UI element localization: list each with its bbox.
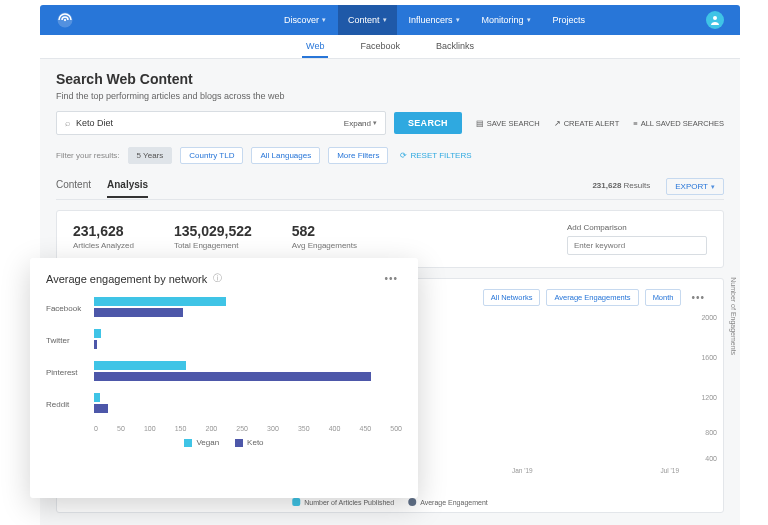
svg-point-1	[64, 19, 66, 21]
alert-icon: ↗	[554, 119, 561, 128]
overlay-xaxis: 050100150200250300350400450500	[94, 425, 402, 432]
chart2-yaxis-title: Number of Engagements	[730, 277, 737, 355]
export-button[interactable]: EXPORT ▾	[666, 178, 724, 195]
list-icon: ≡	[633, 119, 637, 128]
all-saved-searches-button[interactable]: ≡ALL SAVED SEARCHES	[633, 119, 724, 128]
more-icon[interactable]: •••	[380, 273, 402, 284]
stat-avg: 582 Avg Engagements	[292, 223, 357, 250]
add-comparison-label: Add Comparison	[567, 223, 707, 232]
tab-content[interactable]: Content	[56, 179, 91, 198]
info-icon[interactable]: ⓘ	[213, 272, 222, 285]
results-count: 231,628 Results	[592, 181, 650, 196]
subtabs: Web Facebook Backlinks	[40, 35, 740, 59]
refresh-icon: ⟳	[400, 151, 407, 160]
filter-tld[interactable]: Country TLD	[180, 147, 243, 164]
chart2-pill-networks[interactable]: All Networks	[483, 289, 541, 306]
subtab-backlinks[interactable]: Backlinks	[432, 35, 478, 58]
nav-monitoring[interactable]: Monitoring▾	[472, 5, 541, 35]
reset-filters-button[interactable]: ⟳RESET FILTERS	[400, 151, 471, 160]
nav-discover[interactable]: Discover▾	[274, 5, 336, 35]
search-icon: ⌕	[65, 118, 70, 128]
tab-analysis[interactable]: Analysis	[107, 179, 148, 198]
chevron-down-icon: ▾	[322, 16, 326, 24]
subtab-facebook[interactable]: Facebook	[356, 35, 404, 58]
overlay-title: Average engagement by network	[46, 273, 207, 285]
subtab-web[interactable]: Web	[302, 35, 328, 58]
overlay-row-label: Pinterest	[46, 368, 94, 377]
nav-influencers[interactable]: Influencers▾	[399, 5, 470, 35]
filter-lang[interactable]: All Languages	[251, 147, 320, 164]
overlay-legend: Vegan Keto	[46, 438, 402, 447]
bookmark-icon: ▤	[476, 119, 484, 128]
chart2-yaxis: 2000 1600 1200 800 400	[687, 314, 717, 474]
nav-projects[interactable]: Projects	[543, 5, 596, 35]
search-input[interactable]	[76, 118, 338, 128]
save-search-button[interactable]: ▤SAVE SEARCH	[476, 119, 540, 128]
overlay-network-chart: Average engagement by network ⓘ ••• Face…	[30, 258, 418, 498]
nav-content[interactable]: Content▾	[338, 5, 397, 35]
chevron-down-icon: ▾	[373, 119, 377, 127]
filter-more[interactable]: More Filters	[328, 147, 388, 164]
page-subtitle: Find the top performing articles and blo…	[56, 91, 724, 101]
avatar[interactable]	[706, 11, 724, 29]
chevron-down-icon: ▾	[456, 16, 460, 24]
logo-icon	[56, 11, 74, 29]
chart2-pill-granularity[interactable]: Month	[645, 289, 682, 306]
chevron-down-icon: ▾	[711, 183, 715, 191]
chart2-legend: Number of Articles Published Average Eng…	[292, 498, 487, 506]
overlay-row-label: Facebook	[46, 304, 94, 313]
filters-label: Filter your results:	[56, 151, 120, 160]
search-box[interactable]: ⌕ Expand ▾	[56, 111, 386, 135]
search-button[interactable]: SEARCH	[394, 112, 462, 134]
overlay-row-label: Reddit	[46, 400, 94, 409]
page-title: Search Web Content	[56, 71, 724, 87]
filter-time[interactable]: 5 Years	[128, 147, 173, 164]
top-nav: Discover▾ Content▾ Influencers▾ Monitori…	[40, 5, 740, 35]
chevron-down-icon: ▾	[383, 16, 387, 24]
stat-articles: 231,628 Articles Analyzed	[73, 223, 134, 250]
more-icon[interactable]: •••	[687, 292, 709, 303]
overlay-row-label: Twitter	[46, 336, 94, 345]
stat-engagement: 135,029,522 Total Engagement	[174, 223, 252, 250]
chart2-pill-metric[interactable]: Average Engagements	[546, 289, 638, 306]
expand-dropdown[interactable]: Expand ▾	[344, 119, 377, 128]
add-comparison: Add Comparison	[567, 223, 707, 255]
chevron-down-icon: ▾	[527, 16, 531, 24]
create-alert-button[interactable]: ↗CREATE ALERT	[554, 119, 620, 128]
add-comparison-input[interactable]	[567, 236, 707, 255]
overlay-bars: FacebookTwitterPinterestReddit	[46, 297, 402, 415]
svg-point-2	[713, 16, 717, 20]
